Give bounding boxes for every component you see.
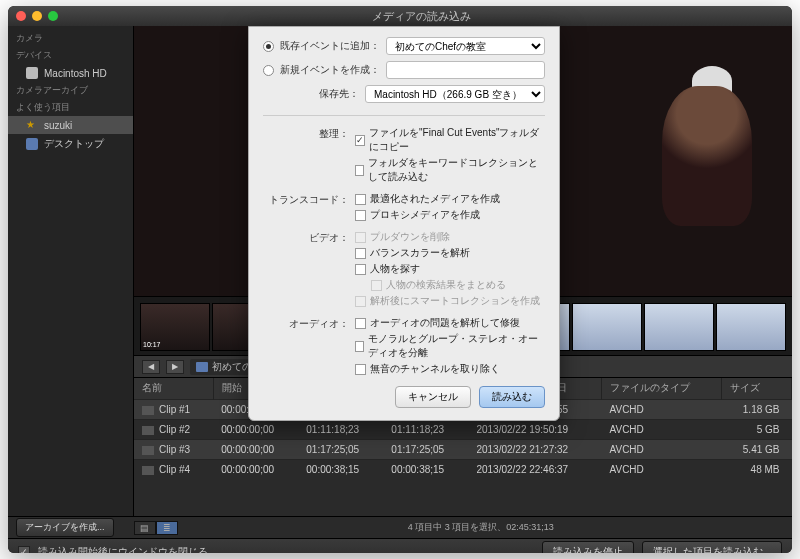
option-label: 最適化されたメディアを作成	[370, 192, 500, 206]
checkbox-icon	[371, 280, 382, 291]
col-name[interactable]: 名前	[134, 378, 213, 400]
radio-existing-label: 既存イベントに追加：	[280, 39, 380, 53]
radio-existing-event[interactable]	[263, 41, 274, 52]
option-label: フォルダをキーワードコレクションとして読み込む	[368, 156, 545, 184]
view-list-button[interactable]: ≣	[156, 521, 178, 535]
option-label: バランスカラーを解析	[370, 246, 470, 260]
option-checkbox[interactable]: モノラルとグループ・ステレオ・オーディオを分離	[355, 332, 545, 360]
save-dest-select[interactable]: Macintosh HD（266.9 GB 空き）	[365, 85, 545, 103]
clip-icon	[142, 446, 154, 455]
option-label: 人物を探す	[370, 262, 420, 276]
filmstrip-thumb[interactable]	[716, 303, 786, 351]
stop-import-button[interactable]: 読み込みを停止	[542, 541, 634, 554]
option-checkbox[interactable]: バランスカラーを解析	[355, 246, 545, 260]
desktop-icon	[26, 138, 38, 150]
sidebar-item-label: Macintosh HD	[44, 68, 107, 79]
option-checkbox[interactable]: 無音のチャンネルを取り除く	[355, 362, 545, 376]
nav-back-button[interactable]: ◀	[142, 360, 160, 374]
option-checkbox: プルダウンを削除	[355, 230, 545, 244]
option-checkbox[interactable]: 最適化されたメディアを作成	[355, 192, 545, 206]
checkbox-icon	[355, 248, 366, 259]
minimize-icon[interactable]	[32, 11, 42, 21]
option-checkbox[interactable]: フォルダをキーワードコレクションとして読み込む	[355, 156, 545, 184]
filmstrip-thumb[interactable]: 10:17	[140, 303, 210, 351]
create-archive-button[interactable]: アーカイブを作成...	[16, 518, 114, 537]
checkbox-icon	[355, 296, 366, 307]
sidebar-item-label: suzuki	[44, 120, 72, 131]
clip-icon	[142, 426, 154, 435]
option-label: オーディオの問題を解析して修復	[370, 316, 520, 330]
option-label: 無音のチャンネルを取り除く	[370, 362, 500, 376]
filmstrip-thumb[interactable]	[572, 303, 642, 351]
close-after-label: 読み込み開始後にウインドウを閉じる	[38, 545, 208, 554]
view-mode-segment: ▤ ≣	[134, 521, 178, 535]
checkbox-icon	[355, 341, 364, 352]
col-type[interactable]: ファイルのタイプ	[602, 378, 722, 400]
import-selected-button[interactable]: 選択した項目を読み込む...	[642, 541, 782, 554]
footer-bar: ✓ 読み込み開始後にウインドウを閉じる 読み込みを停止 選択した項目を読み込む.…	[8, 538, 792, 553]
checkbox-icon: ✓	[355, 135, 365, 146]
checkbox-icon	[355, 318, 366, 329]
option-checkbox: 人物の検索結果をまとめる	[371, 278, 545, 292]
clip-icon	[142, 466, 154, 475]
col-size[interactable]: サイズ	[721, 378, 791, 400]
divider	[263, 115, 545, 116]
table-row[interactable]: Clip #200:00:00;0001:11:18;2301:11:18;23…	[134, 420, 792, 440]
checkbox-icon	[355, 210, 366, 221]
option-label: ファイルを"Final Cut Events"フォルダにコピー	[369, 126, 545, 154]
close-icon[interactable]	[16, 11, 26, 21]
section-organize-label: 整理：	[263, 126, 349, 141]
new-event-input[interactable]	[386, 61, 545, 79]
checkbox-icon	[355, 194, 366, 205]
table-row[interactable]: Clip #400:00:00;0000:00:38;1500:00:38;15…	[134, 460, 792, 480]
option-checkbox[interactable]: ✓ファイルを"Final Cut Events"フォルダにコピー	[355, 126, 545, 154]
option-label: プルダウンを削除	[370, 230, 450, 244]
save-dest-label: 保存先：	[263, 87, 359, 101]
option-checkbox[interactable]: プロキシメディアを作成	[355, 208, 545, 222]
option-label: 人物の検索結果をまとめる	[386, 278, 506, 292]
option-label: プロキシメディアを作成	[370, 208, 480, 222]
radio-new-label: 新規イベントを作成：	[280, 63, 380, 77]
status-text: 4 項目中 3 項目を選択、02:45:31;13	[178, 521, 784, 534]
preview-image	[662, 86, 752, 226]
checkbox-icon	[355, 232, 366, 243]
option-checkbox[interactable]: オーディオの問題を解析して修復	[355, 316, 545, 330]
section-transcode-label: トランスコード：	[263, 192, 349, 207]
option-checkbox[interactable]: 人物を探す	[355, 262, 545, 276]
toolbar-bottom: アーカイブを作成... ▤ ≣ 4 項目中 3 項目を選択、02:45:31;1…	[8, 516, 792, 538]
hdd-icon	[26, 67, 38, 79]
star-icon: ★	[26, 119, 38, 131]
folder-icon	[196, 362, 208, 372]
radio-new-event[interactable]	[263, 65, 274, 76]
import-options-sheet: 既存イベントに追加： 初めてのChefの教室 新規イベントを作成： 保存先： M…	[248, 26, 560, 421]
checkbox-icon	[355, 264, 366, 275]
nav-forward-button[interactable]: ▶	[166, 360, 184, 374]
clip-icon	[142, 406, 154, 415]
sidebar-item-suzuki[interactable]: ★ suzuki	[8, 116, 133, 134]
option-label: 解析後にスマートコレクションを作成	[370, 294, 540, 308]
section-video-label: ビデオ：	[263, 230, 349, 245]
view-filmstrip-button[interactable]: ▤	[134, 521, 156, 535]
table-row[interactable]: Clip #300:00:00;0001:17:25;0501:17:25;05…	[134, 440, 792, 460]
existing-event-select[interactable]: 初めてのChefの教室	[386, 37, 545, 55]
sidebar-item-desktop[interactable]: デスクトップ	[8, 134, 133, 154]
zoom-icon[interactable]	[48, 11, 58, 21]
thumb-badge: 10:17	[143, 341, 161, 348]
app-window: メディアの読み込み カメラ デバイス Macintosh HD カメラアーカイブ…	[8, 6, 792, 553]
titlebar: メディアの読み込み	[8, 6, 792, 26]
sidebar-section-favorites: よく使う項目	[8, 99, 133, 116]
filmstrip-thumb[interactable]	[644, 303, 714, 351]
option-label: モノラルとグループ・ステレオ・オーディオを分離	[368, 332, 545, 360]
sidebar: カメラ デバイス Macintosh HD カメラアーカイブ よく使う項目 ★ …	[8, 26, 134, 516]
sidebar-section-archives: カメラアーカイブ	[8, 82, 133, 99]
cancel-button[interactable]: キャンセル	[395, 386, 471, 408]
checkbox-icon	[355, 165, 364, 176]
sidebar-item-macintosh-hd[interactable]: Macintosh HD	[8, 64, 133, 82]
sidebar-section-devices: デバイス	[8, 47, 133, 64]
window-controls	[16, 11, 58, 21]
window-title: メディアの読み込み	[58, 9, 784, 24]
close-after-checkbox[interactable]: ✓	[18, 546, 30, 554]
option-checkbox: 解析後にスマートコレクションを作成	[355, 294, 545, 308]
sidebar-section-camera: カメラ	[8, 30, 133, 47]
import-button[interactable]: 読み込む	[479, 386, 545, 408]
